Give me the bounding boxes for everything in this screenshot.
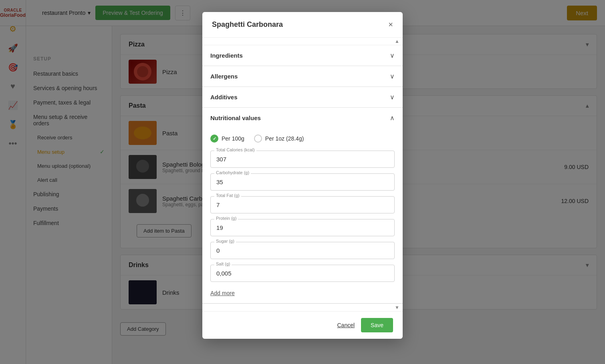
modal-backdrop: Spaghetti Carbonara × ▲ Ingredients ∨ Al… (0, 0, 605, 364)
radio-per-100g[interactable]: Per 100g (210, 135, 244, 143)
chevron-down-icon: ∨ (390, 93, 395, 101)
chevron-down-icon: ∨ (390, 72, 395, 80)
field-protein: Protein (g) (210, 219, 395, 236)
carbohydrate-input[interactable] (210, 173, 395, 191)
accordion-ingredients: Ingredients ∨ (202, 45, 403, 66)
field-sugar: Sugar (g) (210, 242, 395, 259)
modal-footer: Cancel Save (202, 311, 403, 339)
scroll-down-area: ▼ (202, 304, 403, 311)
accordion-allergens-header[interactable]: Allergens ∨ (202, 66, 403, 86)
sugar-input[interactable] (210, 242, 395, 259)
additives-label: Additives (210, 94, 238, 101)
radio-empty-icon (254, 135, 262, 143)
modal-header: Spaghetti Carbonara × (202, 12, 403, 38)
field-total-fat: Total Fat (g) (210, 196, 395, 213)
allergens-label: Allergens (210, 73, 238, 80)
accordion-allergens: Allergens ∨ (202, 66, 403, 87)
field-salt: Salt (g) (210, 265, 395, 282)
scroll-up-area: ▲ (202, 38, 403, 45)
cancel-button[interactable]: Cancel (337, 322, 355, 328)
sugar-label: Sugar (g) (214, 239, 236, 243)
accordion-additives-header[interactable]: Additives ∨ (202, 87, 403, 107)
accordion-nutritional: Nutritional values ∧ Per 100g Per 1oz (2… (202, 108, 403, 304)
save-button[interactable]: Save (361, 318, 393, 332)
accordion-additives: Additives ∨ (202, 87, 403, 108)
protein-input[interactable] (210, 219, 395, 236)
accordion-ingredients-header[interactable]: Ingredients ∨ (202, 45, 403, 66)
scroll-down-arrow[interactable]: ▼ (395, 305, 399, 310)
modal-body: ▲ Ingredients ∨ Allergens ∨ Additives (202, 38, 403, 311)
nutritional-body: Per 100g Per 1oz (28.4g) Total Calories … (202, 128, 403, 303)
total-calories-input[interactable] (210, 151, 395, 168)
modal-dialog: Spaghetti Carbonara × ▲ Ingredients ∨ Al… (202, 12, 403, 339)
close-button[interactable]: × (388, 20, 393, 29)
field-total-calories: Total Calories (kcal) (210, 151, 395, 168)
chevron-up-icon: ∧ (390, 114, 395, 122)
carbohydrate-label: Carbohydrate (g) (214, 170, 251, 175)
radio-group: Per 100g Per 1oz (28.4g) (210, 135, 395, 143)
total-fat-input[interactable] (210, 196, 395, 213)
salt-input[interactable] (210, 265, 395, 282)
total-fat-label: Total Fat (g) (214, 193, 241, 198)
ingredients-label: Ingredients (210, 52, 243, 59)
total-calories-label: Total Calories (kcal) (214, 147, 256, 152)
accordion-nutritional-header[interactable]: Nutritional values ∧ (202, 108, 403, 128)
scroll-up-arrow[interactable]: ▲ (395, 38, 399, 44)
chevron-down-icon: ∨ (390, 52, 395, 59)
add-more-link[interactable]: Add more (210, 290, 235, 296)
salt-label: Salt (g) (214, 261, 232, 266)
nutritional-label: Nutritional values (210, 115, 261, 121)
protein-label: Protein (g) (214, 216, 238, 221)
radio-check-icon (210, 135, 218, 143)
modal-title: Spaghetti Carbonara (212, 20, 283, 29)
field-carbohydrate: Carbohydrate (g) (210, 173, 395, 191)
radio-per-1oz[interactable]: Per 1oz (28.4g) (254, 135, 304, 143)
